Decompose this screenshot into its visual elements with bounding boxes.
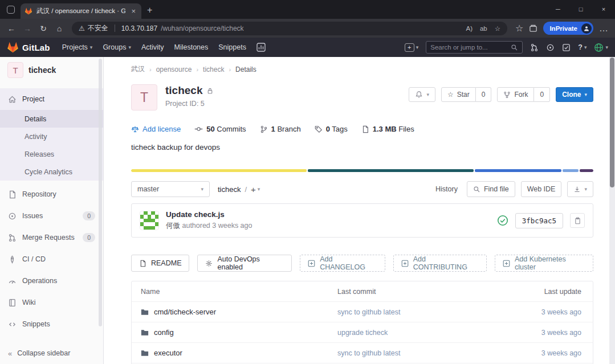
refresh-button[interactable]: ↻ — [35, 21, 51, 36]
close-window-button[interactable]: × — [592, 0, 615, 19]
new-tab-button[interactable]: + — [141, 5, 159, 19]
nav-milestones[interactable]: Milestones — [169, 38, 214, 57]
branches-link[interactable]: 1 Branch — [260, 125, 301, 133]
tags-link[interactable]: 0 Tags — [315, 125, 348, 133]
web-ide-globe-dropdown[interactable]: ▾ — [594, 43, 608, 52]
collections-icon[interactable] — [529, 24, 537, 32]
readme-button[interactable]: README — [131, 255, 189, 272]
collapse-sidebar-button[interactable]: « Collapse sidebar — [0, 342, 103, 364]
nav-snippets[interactable]: Snippets — [213, 38, 251, 57]
row-commit-link[interactable]: upgrade ticheck — [337, 329, 496, 337]
help-dropdown[interactable]: ? ▾ — [578, 43, 587, 51]
commit-icon — [194, 125, 203, 133]
add-favorite-icon[interactable]: ☆ — [495, 24, 500, 32]
sidebar-item-cycle-analytics[interactable]: Cycle Analytics — [0, 163, 103, 181]
table-row: cmd/ticheck-server sync to github latest… — [132, 302, 593, 322]
merge-requests-nav-button[interactable] — [530, 43, 539, 52]
page-scrollbar-thumb[interactable] — [610, 58, 614, 187]
auto-devops-button[interactable]: Auto DevOps enabled — [197, 255, 292, 272]
favorites-icon[interactable]: ☆ — [515, 23, 523, 34]
sidebar-item-repository[interactable]: Repository — [0, 183, 103, 205]
clone-button[interactable]: Clone ▾ — [556, 87, 593, 102]
gitlab-brand[interactable]: GitLab — [7, 42, 50, 53]
breadcrumb-project[interactable]: ticheck — [203, 66, 224, 73]
sidebar-scrollbar[interactable] — [99, 59, 102, 326]
folder-link[interactable]: cmd/ticheck-server — [141, 308, 337, 316]
sidebar-item-wiki[interactable]: Wiki — [0, 292, 103, 313]
web-ide-button[interactable]: Web IDE — [521, 181, 562, 197]
fork-count[interactable]: 0 — [534, 87, 550, 102]
commit-message-link[interactable]: Update check.js — [166, 210, 252, 219]
language-segment — [563, 169, 579, 172]
breadcrumb-group[interactable]: 武汉 — [131, 64, 145, 74]
minimize-button[interactable]: ─ — [547, 0, 569, 19]
nav-projects[interactable]: Projects▾ — [57, 38, 98, 57]
repo-root-link[interactable]: ticheck — [218, 185, 241, 194]
star-button[interactable]: ☆ Star — [441, 87, 476, 102]
nav-groups[interactable]: Groups▾ — [97, 38, 136, 57]
browser-tab[interactable]: 武汉 / opensource / ticheck · Gi... × — [21, 3, 141, 19]
files-link[interactable]: 1.3 MB Files — [361, 125, 414, 133]
new-dropdown[interactable]: + ▾ — [405, 43, 419, 52]
security-indicator[interactable]: ⚠ 不安全 — [79, 23, 108, 33]
history-button[interactable]: History — [432, 185, 461, 193]
todos-nav-button[interactable] — [562, 43, 571, 52]
commit-author-link[interactable]: 何傲 — [166, 222, 180, 230]
branch-selector[interactable]: master ▾ — [131, 181, 210, 197]
global-search[interactable] — [426, 41, 523, 54]
folder-link[interactable]: config — [141, 328, 337, 337]
issues-nav-button[interactable] — [546, 43, 555, 52]
language-bar[interactable] — [131, 169, 593, 172]
read-aloud-icon[interactable]: A) — [466, 25, 473, 32]
star-count[interactable]: 0 — [476, 87, 492, 102]
sidebar-item-operations[interactable]: Operations — [0, 270, 103, 292]
browser-menu-icon[interactable]: … — [599, 23, 608, 34]
translate-icon[interactable]: ab — [480, 25, 487, 32]
workspaces-icon[interactable] — [7, 6, 15, 14]
search-icon — [511, 44, 518, 51]
inprivate-badge[interactable]: InPrivate — [543, 22, 593, 35]
issues-count-badge: 0 — [83, 211, 95, 220]
sidebar-item-issues[interactable]: Issues 0 — [0, 205, 103, 227]
add-license-link[interactable]: Add license — [131, 125, 181, 133]
maximize-button[interactable]: □ — [569, 0, 592, 19]
sidebar-item-ci-cd[interactable]: CI / CD — [0, 248, 103, 270]
add-changelog-button[interactable]: Add CHANGELOG — [300, 255, 385, 272]
sidebar-item-details[interactable]: Details — [0, 110, 103, 128]
commits-link[interactable]: 50 Commits — [194, 125, 246, 133]
row-commit-link[interactable]: sync to github latest — [337, 349, 496, 357]
sidebar-item-activity[interactable]: Activity — [0, 128, 103, 145]
notifications-dropdown[interactable]: ▾ — [409, 87, 435, 102]
find-file-button[interactable]: Find file — [467, 181, 515, 197]
pipeline-passed-icon[interactable] — [497, 215, 508, 226]
forward-button[interactable]: → — [19, 21, 35, 36]
sidebar-item-snippets[interactable]: Snippets — [0, 313, 103, 335]
fork-button[interactable]: Fork — [497, 87, 534, 102]
add-file-dropdown[interactable]: + ▾ — [251, 185, 260, 194]
address-bar[interactable]: ⚠ 不安全 10.3.70.187/wuhan/opensource/tiche… — [72, 22, 507, 35]
bell-icon — [415, 91, 423, 99]
language-segment — [475, 169, 561, 172]
back-button[interactable]: ← — [3, 21, 19, 36]
row-commit-link[interactable]: sync to github latest — [337, 308, 496, 316]
folder-link[interactable]: executor — [141, 349, 337, 357]
sidebar-item-releases[interactable]: Releases — [0, 145, 103, 163]
sidebar-item-project[interactable]: Project — [0, 88, 103, 110]
url-path: /wuhan/opensource/ticheck — [161, 24, 243, 32]
sidebar-project-context[interactable]: T ticheck — [0, 57, 103, 83]
search-input[interactable] — [430, 44, 508, 51]
nav-activity[interactable]: Activity — [136, 38, 169, 57]
download-dropdown[interactable]: ▾ — [567, 181, 593, 197]
language-segment — [580, 169, 593, 172]
nav-charts[interactable] — [251, 38, 271, 57]
add-kubernetes-cluster-button[interactable]: Add Kubernetes cluster — [495, 255, 593, 272]
add-contributing-button[interactable]: Add CONTRIBUTING — [393, 255, 487, 272]
copy-sha-button[interactable] — [570, 213, 585, 228]
sidebar-item-merge-requests[interactable]: Merge Requests 0 — [0, 227, 103, 248]
tab-close-icon[interactable]: × — [129, 7, 137, 15]
table-row: config upgrade ticheck 3 weeks ago — [132, 322, 593, 343]
breadcrumb-subgroup[interactable]: opensource — [156, 66, 192, 73]
page-scrollbar[interactable] — [609, 57, 615, 364]
browser-home-button[interactable]: ⌂ — [51, 21, 67, 36]
commit-sha[interactable]: 3fbc9ac5 — [515, 213, 563, 228]
